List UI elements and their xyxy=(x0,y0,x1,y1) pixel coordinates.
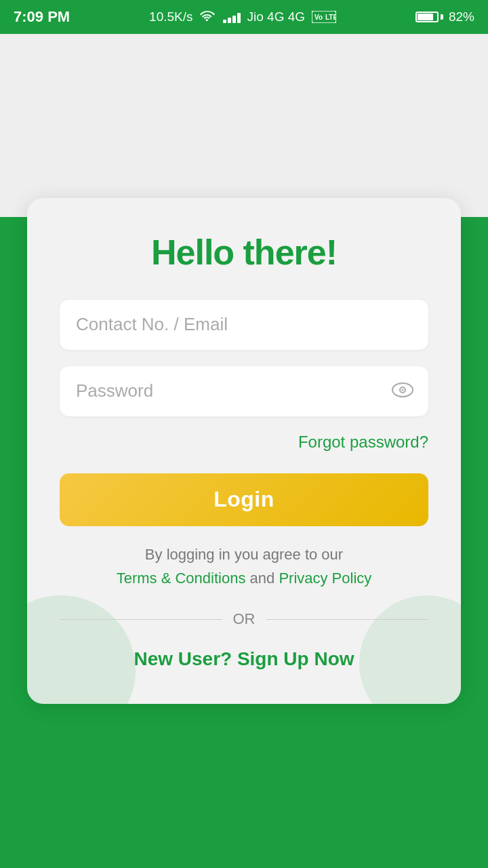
network-speed: 10.5K/s xyxy=(149,9,192,24)
card-content: Hello there! Forgot passwor xyxy=(60,232,428,670)
wifi-icon xyxy=(200,11,216,23)
svg-text:LTE: LTE xyxy=(325,14,336,21)
time-display: 7:09 PM xyxy=(14,8,70,26)
forgot-password-link[interactable]: Forgot password? xyxy=(298,433,428,451)
main-content: Hello there! Forgot passwor xyxy=(0,34,488,868)
or-line-left xyxy=(60,619,222,620)
battery-icon xyxy=(415,12,443,22)
login-button[interactable]: Login xyxy=(60,473,428,526)
terms-section: By logging in you agree to our Terms & C… xyxy=(60,542,428,590)
status-bar-right: 82% xyxy=(415,9,474,24)
terms-and-text: and xyxy=(245,570,279,587)
or-divider: OR xyxy=(60,610,428,628)
privacy-policy-link[interactable]: Privacy Policy xyxy=(279,570,371,587)
terms-prefix-text: By logging in you agree to our xyxy=(145,546,343,563)
terms-conditions-link[interactable]: Terms & Conditions xyxy=(117,570,246,587)
login-card: Hello there! Forgot passwor xyxy=(27,198,461,704)
contact-input[interactable] xyxy=(60,300,428,350)
or-text: OR xyxy=(233,610,256,628)
forgot-password-section: Forgot password? xyxy=(60,433,428,452)
status-bar: 7:09 PM 10.5K/s Jio 4G 4G Vo LTE 82% xyxy=(0,0,488,34)
battery-percent: 82% xyxy=(449,9,474,24)
carrier-label: Jio 4G 4G xyxy=(247,9,306,24)
svg-point-5 xyxy=(402,389,404,391)
signup-link[interactable]: New User? Sign Up Now xyxy=(60,648,428,670)
or-line-right xyxy=(266,619,429,620)
password-input[interactable] xyxy=(60,366,428,416)
password-input-wrapper xyxy=(60,366,428,416)
signal-icon xyxy=(223,11,241,23)
status-bar-center: 10.5K/s Jio 4G 4G Vo LTE xyxy=(149,9,336,24)
svg-text:Vo: Vo xyxy=(314,14,323,21)
greeting-heading: Hello there! xyxy=(60,232,428,273)
volte-icon: Vo LTE xyxy=(312,11,336,23)
contact-input-wrapper xyxy=(60,300,428,350)
toggle-password-icon[interactable] xyxy=(392,380,413,402)
